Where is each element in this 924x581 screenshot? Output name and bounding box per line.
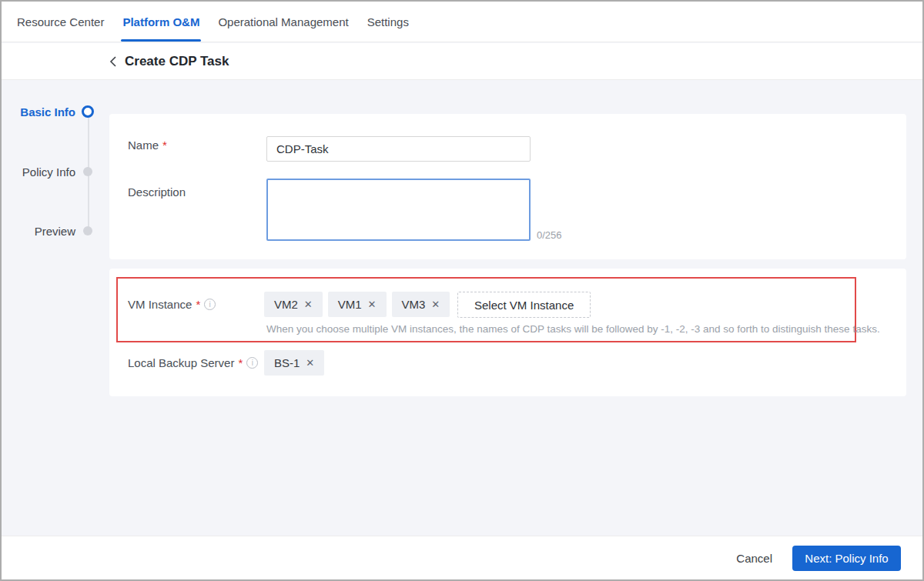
step-policy-info-indicator	[83, 167, 92, 176]
vm-instance-info-icon[interactable]: i	[204, 299, 216, 310]
remove-tag-icon[interactable]: ✕	[306, 358, 314, 368]
vm-instance-required-mark: *	[196, 298, 200, 311]
step-policy-info-label: Policy Info	[22, 165, 75, 179]
footer-action-bar: Cancel Next: Policy Info	[2, 536, 922, 579]
remove-tag-icon[interactable]: ✕	[368, 299, 377, 309]
vm-instance-hint: When you choose multiple VM instances, t…	[266, 323, 880, 335]
cancel-button[interactable]: Cancel	[736, 552, 772, 565]
step-preview[interactable]: Preview	[2, 223, 109, 239]
local-backup-server-tag-row: BS-1 ✕	[264, 350, 324, 376]
vm-instance-tag: VM3 ✕	[392, 292, 450, 317]
vm-instance-label-text: VM Instance	[128, 298, 192, 311]
local-backup-server-tag: BS-1 ✕	[264, 350, 324, 376]
local-backup-server-info-icon[interactable]: i	[246, 357, 258, 369]
name-field-label: Name *	[128, 139, 167, 152]
local-backup-server-label-text: Local Backup Server	[128, 356, 234, 369]
tab-platform-om[interactable]: Platform O&M	[113, 2, 209, 42]
description-textarea[interactable]	[266, 179, 531, 241]
vm-instance-tag-row: VM2 ✕ VM1 ✕ VM3 ✕	[264, 292, 450, 317]
step-policy-info[interactable]: Policy Info	[2, 164, 109, 179]
top-navigation: Resource Center Platform O&M Operational…	[2, 2, 922, 42]
description-char-counter: 0/256	[537, 229, 562, 241]
next-policy-info-button[interactable]: Next: Policy Info	[792, 546, 901, 571]
local-backup-server-required-mark: *	[238, 356, 243, 369]
vm-instance-field-label: VM Instance * i	[128, 298, 216, 311]
page-header: Create CDP Task	[2, 43, 922, 80]
select-vm-wrap: Select VM Instance	[457, 292, 591, 318]
vm-instance-tag: VM2 ✕	[264, 292, 323, 317]
vm-instance-tag-label: VM1	[338, 298, 362, 311]
step-preview-label: Preview	[35, 225, 75, 238]
stepper: Basic Info Policy Info Preview	[2, 81, 109, 265]
tab-operational-management[interactable]: Operational Management	[209, 2, 357, 42]
vm-instance-tag-label: VM3	[402, 298, 426, 311]
step-basic-info-indicator	[82, 105, 94, 118]
back-icon[interactable]	[105, 54, 120, 69]
create-cdp-task-window: Resource Center Platform O&M Operational…	[0, 0, 924, 581]
basic-info-card: Name * Description 0/256	[109, 114, 906, 259]
vm-instance-card: VM Instance * i VM2 ✕ VM1 ✕ VM3 ✕ Select…	[109, 269, 906, 396]
tab-settings[interactable]: Settings	[358, 2, 418, 42]
description-label-text: Description	[128, 185, 186, 199]
remove-tag-icon[interactable]: ✕	[431, 299, 440, 309]
step-basic-info[interactable]: Basic Info	[2, 104, 109, 119]
tab-resource-center[interactable]: Resource Center	[8, 2, 113, 42]
name-input[interactable]	[266, 136, 531, 162]
step-preview-indicator	[83, 226, 92, 235]
page-title: Create CDP Task	[125, 54, 229, 69]
step-basic-info-label: Basic Info	[20, 105, 75, 119]
vm-instance-tag-label: VM2	[274, 298, 298, 311]
select-vm-instance-button[interactable]: Select VM Instance	[457, 292, 591, 318]
local-backup-server-field-label: Local Backup Server * i	[128, 356, 258, 369]
description-field-label: Description	[128, 185, 186, 199]
vm-instance-tag: VM1 ✕	[328, 292, 387, 317]
name-required-mark: *	[162, 139, 167, 152]
local-backup-server-tag-label: BS-1	[274, 356, 300, 369]
remove-tag-icon[interactable]: ✕	[304, 299, 313, 309]
name-label-text: Name	[128, 139, 159, 152]
